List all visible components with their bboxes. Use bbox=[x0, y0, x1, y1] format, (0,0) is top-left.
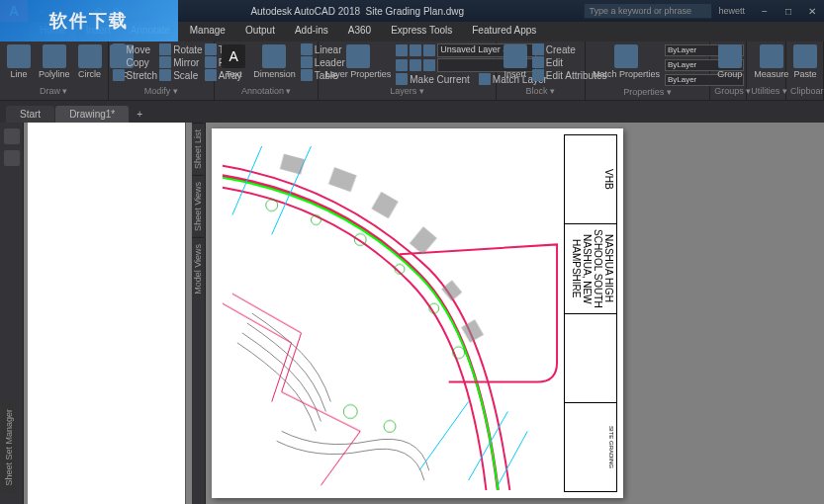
rotate-button[interactable]: Rotate bbox=[159, 43, 202, 55]
circle-button[interactable]: Circle bbox=[75, 43, 105, 80]
sheet-views-tab[interactable]: Sheet Views bbox=[192, 175, 204, 237]
stretch-icon bbox=[113, 69, 125, 81]
watermark-overlay: 软件下载 bbox=[0, 0, 178, 42]
panel-annotation: AText Dimension Linear Leader Table Anno… bbox=[215, 42, 319, 100]
text-button[interactable]: AText bbox=[219, 43, 248, 80]
panel-groups: Group Groups ▾ bbox=[710, 42, 747, 100]
drawing-tab[interactable]: Drawing1* bbox=[55, 106, 129, 123]
panel-layers-label[interactable]: Layers ▾ bbox=[322, 86, 492, 98]
polyline-button[interactable]: Polyline bbox=[36, 43, 73, 80]
tab-express[interactable]: Express Tools bbox=[381, 22, 462, 42]
svg-rect-5 bbox=[280, 154, 305, 175]
tab-manage[interactable]: Manage bbox=[180, 22, 235, 42]
insert-icon bbox=[504, 44, 527, 68]
insert-block-button[interactable]: Insert bbox=[501, 43, 530, 80]
panel-annotation-label[interactable]: Annotation ▾ bbox=[219, 86, 314, 98]
panel-utilities: Measure Utilities ▾ bbox=[747, 42, 786, 100]
svg-point-11 bbox=[266, 200, 278, 211]
title-block: VHB NASHUA HIGH SCHOOL SOUTHNASHUA, NEW … bbox=[564, 134, 617, 492]
group-icon bbox=[718, 44, 742, 68]
dock-icon-2[interactable] bbox=[4, 150, 20, 166]
measure-button[interactable]: Measure bbox=[751, 43, 791, 80]
move-button[interactable]: Move bbox=[113, 43, 158, 55]
viewport[interactable] bbox=[220, 136, 560, 490]
panel-modify-label[interactable]: Modify ▾ bbox=[113, 86, 211, 98]
bulb-icon[interactable] bbox=[396, 59, 408, 71]
close-button[interactable]: ✕ bbox=[800, 1, 824, 21]
line-button[interactable]: Line bbox=[4, 43, 34, 80]
measure-icon bbox=[760, 44, 783, 68]
text-icon: A bbox=[222, 44, 245, 68]
svg-rect-6 bbox=[328, 167, 357, 192]
table-icon bbox=[301, 69, 313, 81]
tb-revisions bbox=[565, 314, 616, 403]
bulb-icon[interactable] bbox=[396, 44, 408, 56]
tab-output[interactable]: Output bbox=[235, 22, 285, 42]
scale-icon bbox=[159, 69, 171, 81]
svg-rect-9 bbox=[441, 281, 462, 301]
match-icon bbox=[614, 44, 638, 68]
ribbon: Line Polyline Circle Arc Draw ▾ Move Cop… bbox=[0, 42, 824, 101]
sheet-set-manager-tab[interactable]: Sheet Set Manager bbox=[2, 401, 16, 494]
panel-clipboard: Paste Clipboard bbox=[786, 42, 824, 100]
tab-featured[interactable]: Featured Apps bbox=[462, 22, 546, 42]
move-icon bbox=[113, 43, 125, 55]
panel-draw: Line Polyline Circle Arc Draw ▾ bbox=[0, 42, 109, 100]
file-tabs: Start Drawing1* + bbox=[0, 101, 824, 123]
stretch-button[interactable]: Stretch bbox=[113, 69, 158, 81]
panel-clipboard-label[interactable]: Clipboard bbox=[790, 86, 819, 98]
site-plan-drawing bbox=[220, 136, 560, 490]
panel-block: Insert Create Edit Edit Attributes Block… bbox=[497, 42, 586, 100]
user-name[interactable]: hewett bbox=[718, 6, 745, 16]
panel-properties: Match Properties ByLayer ByLayer ByLayer… bbox=[586, 42, 710, 100]
side-paper-panel[interactable] bbox=[28, 123, 186, 504]
copy-button[interactable]: Copy bbox=[113, 56, 158, 68]
panel-utilities-label[interactable]: Utilities ▾ bbox=[751, 86, 781, 98]
scale-button[interactable]: Scale bbox=[159, 69, 202, 81]
freeze-icon[interactable] bbox=[410, 44, 421, 56]
drawing-sheet[interactable]: VHB NASHUA HIGH SCHOOL SOUTHNASHUA, NEW … bbox=[212, 128, 623, 498]
mirror-button[interactable]: Mirror bbox=[159, 56, 202, 68]
layers-icon bbox=[346, 44, 370, 68]
lock-icon[interactable] bbox=[423, 44, 435, 56]
tab-addins[interactable]: Add-ins bbox=[285, 22, 338, 42]
dock-icon-1[interactable] bbox=[4, 128, 20, 144]
attr-icon bbox=[532, 69, 544, 81]
panel-layers: Layer Properties Unsaved Layer State Mak… bbox=[319, 42, 497, 100]
svg-rect-7 bbox=[371, 192, 398, 218]
svg-point-17 bbox=[343, 404, 357, 418]
sheet-list-tab[interactable]: Sheet List bbox=[192, 123, 204, 175]
leader-icon bbox=[301, 56, 313, 68]
svg-point-18 bbox=[384, 420, 396, 432]
start-tab[interactable]: Start bbox=[6, 106, 54, 123]
dimension-button[interactable]: Dimension bbox=[250, 43, 299, 80]
window-title: Autodesk AutoCAD 2018 Site Grading Plan.… bbox=[131, 6, 584, 17]
help-search-input[interactable]: Type a keyword or phrase bbox=[584, 3, 712, 19]
svg-rect-10 bbox=[461, 319, 484, 342]
model-views-tab[interactable]: Model Views bbox=[192, 237, 204, 300]
new-tab-button[interactable]: + bbox=[130, 106, 149, 123]
freeze-icon[interactable] bbox=[410, 59, 421, 71]
match-properties-button[interactable]: Match Properties bbox=[590, 43, 663, 80]
palette-bar: Sheet List Sheet Views Model Views bbox=[192, 123, 206, 504]
panel-groups-label[interactable]: Groups ▾ bbox=[714, 86, 742, 98]
mirror-icon bbox=[159, 56, 171, 68]
make-current-icon bbox=[396, 73, 408, 85]
svg-rect-8 bbox=[410, 226, 437, 254]
minimize-button[interactable]: − bbox=[753, 1, 777, 21]
layer-properties-button[interactable]: Layer Properties bbox=[322, 43, 394, 80]
lock-icon[interactable] bbox=[423, 59, 435, 71]
panel-draw-label[interactable]: Draw ▾ bbox=[4, 86, 104, 98]
edit-icon bbox=[532, 56, 544, 68]
maximize-button[interactable]: □ bbox=[777, 1, 800, 21]
panel-modify: Move Copy Stretch Rotate Mirror Scale Tr… bbox=[109, 42, 216, 100]
tab-a360[interactable]: A360 bbox=[338, 22, 381, 42]
polyline-icon bbox=[43, 44, 66, 68]
create-icon bbox=[532, 43, 544, 55]
group-button[interactable]: Group bbox=[714, 43, 745, 80]
circle-icon bbox=[78, 44, 102, 68]
panel-block-label[interactable]: Block ▾ bbox=[501, 86, 581, 98]
paste-button[interactable]: Paste bbox=[790, 43, 820, 80]
copy-icon bbox=[113, 56, 125, 68]
panel-properties-label[interactable]: Properties ▾ bbox=[590, 87, 705, 98]
